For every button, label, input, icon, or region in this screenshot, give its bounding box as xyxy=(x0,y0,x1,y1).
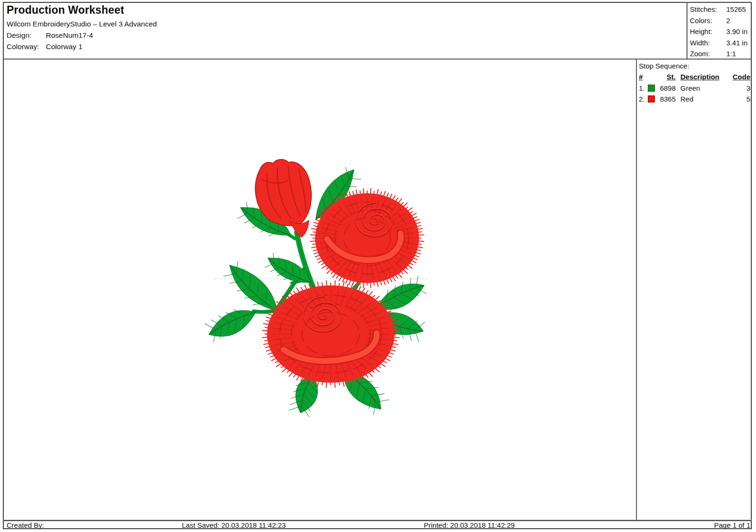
colorway-value: Colorway 1 xyxy=(46,43,83,51)
colors-value: 2 xyxy=(726,17,730,25)
footer-divider-line xyxy=(3,520,752,521)
thread-code: 5 xyxy=(731,95,750,103)
stop-sequence-panel: Stop Sequence: # St. Description Code 1.… xyxy=(639,60,750,105)
col-code: Code xyxy=(731,73,750,81)
stat-colors: Colors:2 xyxy=(690,15,751,26)
header-divider-line xyxy=(3,59,752,60)
thread-color-swatch-green xyxy=(648,85,655,92)
side-panel-divider xyxy=(636,59,637,521)
page-number: Page 1 of 1 xyxy=(714,521,750,529)
zoom-value: 1:1 xyxy=(726,50,736,58)
col-stitches: St. xyxy=(648,73,676,81)
design-name-row: Design:RoseNum17-4 xyxy=(7,31,93,40)
stop-sequence-row: 2. 8365 Red 5 xyxy=(639,94,750,105)
stat-height: Height:3.90 in xyxy=(690,26,751,37)
created-by-label: Created By: xyxy=(7,521,44,529)
stop-sequence-title: Stop Sequence: xyxy=(639,60,750,71)
stitches-value: 15265 xyxy=(726,5,746,13)
col-description: Description xyxy=(680,73,731,81)
printed-timestamp: Printed: 20.03.2018 11:42:29 xyxy=(424,521,515,529)
design-value: RoseNum17-4 xyxy=(46,31,93,39)
width-value: 3.41 in xyxy=(726,39,747,47)
colorway-row: Colorway:Colorway 1 xyxy=(7,43,83,51)
thread-color-swatch-red xyxy=(648,95,655,103)
thread-description: Green xyxy=(680,84,731,92)
page-title: Production Worksheet xyxy=(7,4,124,17)
height-value: 3.90 in xyxy=(726,27,747,35)
design-label: Design: xyxy=(7,31,46,40)
stop-sequence-header-row: # St. Description Code xyxy=(639,71,750,83)
production-worksheet-page: Production Worksheet Wilcom EmbroiderySt… xyxy=(0,0,756,532)
thread-code: 3 xyxy=(731,84,750,92)
col-number: # xyxy=(639,73,648,81)
software-name: Wilcom EmbroideryStudio – Level 3 Advanc… xyxy=(7,20,157,28)
stitch-count: 6898 xyxy=(658,84,676,92)
stat-width: Width:3.41 in xyxy=(690,37,751,49)
stats-box-divider xyxy=(687,2,687,60)
stat-stitches: Stitches:15265 xyxy=(690,4,751,15)
design-stats-box: Stitches:15265 Colors:2 Height:3.90 in W… xyxy=(690,4,751,60)
stat-zoom: Zoom:1:1 xyxy=(690,48,751,60)
stitch-count: 8365 xyxy=(658,95,676,103)
colorway-label: Colorway: xyxy=(7,43,46,51)
thread-description: Red xyxy=(680,95,731,103)
last-saved-timestamp: Last Saved: 20.03.2018 11:42:23 xyxy=(182,521,286,529)
stop-sequence-row: 1. 6898 Green 3 xyxy=(639,83,750,94)
